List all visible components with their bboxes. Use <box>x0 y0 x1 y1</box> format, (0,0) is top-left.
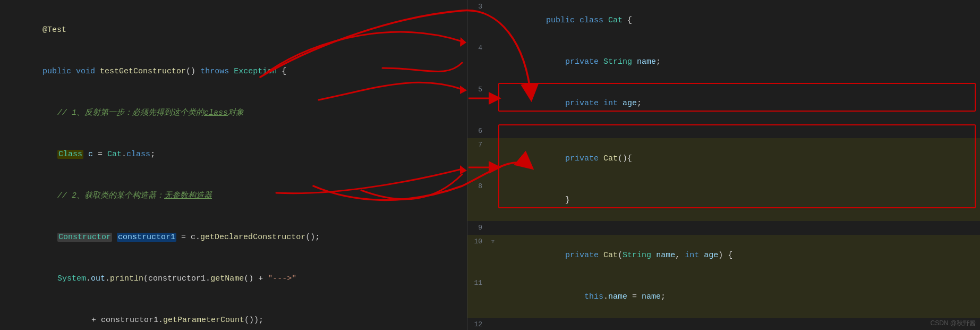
line-content-6 <box>498 124 980 138</box>
rline-5: 5 private int age; <box>467 83 980 124</box>
line-num-12: 12 <box>467 318 488 330</box>
rline-4: 4 private String name; <box>467 41 980 83</box>
comment-line-1: // 1、反射第一步：必须先得到这个类的class对象 <box>0 92 467 134</box>
code-line-constructor1: Constructor constructor1 = c.getDeclared… <box>0 217 467 258</box>
rline-3: 3 public class Cat { <box>467 0 980 41</box>
code-line-method-sig: public void testGetConstructor() throws … <box>0 51 467 92</box>
line-content-9 <box>498 221 980 235</box>
line-num-10: 10 <box>467 235 488 249</box>
type-exception: Exception <box>234 67 277 76</box>
line-content-3: public class Cat { <box>498 0 980 41</box>
code-line-annotation: @Test <box>0 10 467 51</box>
rline-10: 10 ▽ private Cat(String name, int age) { <box>467 235 980 276</box>
code-line-println-1a: System.out.println(constructor1.getName(… <box>0 258 467 300</box>
left-code-panel: @Test public void testGetConstructor() t… <box>0 0 467 330</box>
line-content-12 <box>498 318 980 330</box>
right-panel-wrapper: 3 public class Cat { 4 private String na… <box>467 0 980 330</box>
comment-2-text: // 2、获取类的某个构造器：无参数构造器 <box>57 191 212 200</box>
watermark: CSDN @秋野酱 <box>930 319 976 328</box>
line-num-7: 7 <box>467 138 488 152</box>
rline-7: 7 private Cat(){ <box>467 138 980 180</box>
kw-public: public <box>42 67 71 76</box>
right-code-panel: 3 public class Cat { 4 private String na… <box>467 0 980 330</box>
line-icon-10: ▽ <box>488 235 498 249</box>
kw-throws: throws <box>200 67 229 76</box>
line-content-8: } <box>498 180 980 221</box>
line-num-4: 4 <box>467 41 488 55</box>
line-num-3: 3 <box>467 0 488 14</box>
left-code-content: @Test public void testGetConstructor() t… <box>0 4 467 330</box>
rline-9: 9 <box>467 221 980 235</box>
hl-constructor-type: Constructor <box>57 233 112 242</box>
code-line-println-1b: + constructor1.getParameterCount()); <box>0 300 467 330</box>
line-content-11: this.name = name; <box>498 276 980 318</box>
line-content-5: private int age; <box>498 83 980 124</box>
line-content-7: private Cat(){ <box>498 138 980 180</box>
line-num-5: 5 <box>467 83 488 97</box>
line-content-10: private Cat(String name, int age) { <box>498 235 980 276</box>
right-code-content: 3 public class Cat { 4 private String na… <box>467 0 980 330</box>
rline-8: 8 } <box>467 180 980 221</box>
kw-void: void <box>76 67 95 76</box>
hl-constructor1-var: constructor1 <box>117 233 176 242</box>
line-num-9: 9 <box>467 221 488 235</box>
hl-class-keyword: Class <box>57 150 83 159</box>
line-num-11: 11 <box>467 276 488 290</box>
method-name: testGetConstructor <box>100 67 186 76</box>
comment-1-text: // 1、反射第一步：必须先得到这个类的class对象 <box>57 108 244 117</box>
code-line-class-var: Class c = Cat.class; <box>0 134 467 175</box>
line-num-8: 8 <box>467 180 488 193</box>
line-content-4: private String name; <box>498 41 980 83</box>
comment-line-2: // 2、获取类的某个构造器：无参数构造器 <box>0 175 467 217</box>
rline-11: 11 this.name = name; <box>467 276 980 318</box>
annotation-test: @Test <box>42 26 66 35</box>
rline-12: 12 <box>467 318 980 330</box>
rline-6: 6 <box>467 124 980 138</box>
line-num-6: 6 <box>467 124 488 138</box>
